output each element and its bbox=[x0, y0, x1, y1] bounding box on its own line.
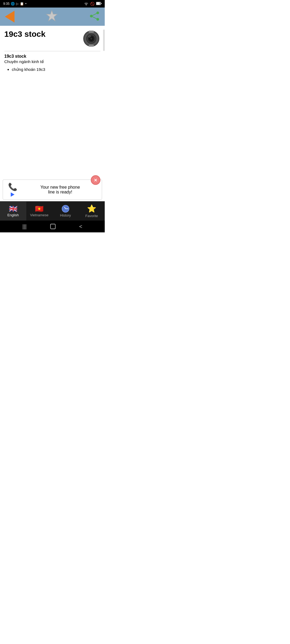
definition-subtitle: Chuyên ngành kinh tế bbox=[4, 59, 100, 64]
status-left: 9:35 🌐 ▷ 📋 • bbox=[3, 2, 27, 6]
android-nav-bar: ||| < bbox=[0, 221, 105, 232]
svg-rect-18 bbox=[50, 224, 55, 229]
svg-line-7 bbox=[91, 13, 98, 16]
svg-rect-16 bbox=[89, 31, 94, 33]
ad-box[interactable]: 📞 Your new free phoneline is ready! bbox=[3, 180, 102, 200]
definition-section: 19c3 stock Chuyên ngành kinh tế chứng kh… bbox=[4, 54, 100, 73]
ad-close-button[interactable]: × bbox=[91, 175, 100, 185]
tab-favorite[interactable]: ⭐ Favorite bbox=[79, 202, 105, 221]
no-sim-icon: 🚫 bbox=[90, 2, 95, 6]
android-back-button[interactable]: < bbox=[79, 224, 82, 230]
definition-item-0: chứng khoán 19c3 bbox=[12, 66, 100, 73]
tab-history[interactable]: History bbox=[52, 202, 79, 221]
globe-icon: 🌐 bbox=[11, 2, 15, 6]
play-store-icon: ▷ bbox=[16, 2, 19, 6]
tab-vietnamese-label: Vietnamese bbox=[30, 213, 48, 217]
svg-marker-3 bbox=[46, 10, 57, 21]
ad-text: Your new free phoneline is ready! bbox=[22, 185, 99, 195]
clock-icon bbox=[62, 205, 69, 213]
favorite-tab-star-icon: ⭐ bbox=[87, 204, 96, 213]
android-home-button[interactable] bbox=[50, 224, 56, 229]
tab-vietnamese[interactable]: 🇻🇳 Vietnamese bbox=[26, 202, 53, 221]
definition-bold-word: 19c3 stock bbox=[4, 54, 100, 59]
definition-list: chứng khoán 19c3 bbox=[4, 66, 100, 73]
svg-rect-2 bbox=[101, 3, 102, 4]
svg-rect-1 bbox=[96, 2, 100, 5]
svg-line-8 bbox=[91, 16, 98, 19]
status-right: 🚫 bbox=[84, 2, 102, 6]
svg-point-14 bbox=[90, 38, 92, 40]
tab-english-label: English bbox=[7, 213, 19, 217]
english-flag-icon: 🇬🇧 bbox=[9, 205, 17, 212]
battery-icon bbox=[96, 2, 102, 6]
tab-history-label: History bbox=[60, 213, 71, 217]
wifi-icon bbox=[84, 2, 89, 6]
ad-play-icon bbox=[11, 192, 15, 197]
android-menu-button[interactable]: ||| bbox=[22, 224, 27, 230]
bottom-tab-bar: 🇬🇧 English 🇻🇳 Vietnamese History ⭐ Favor… bbox=[0, 201, 105, 221]
share-button[interactable] bbox=[89, 11, 100, 23]
svg-rect-17 bbox=[89, 45, 94, 47]
dot-icon: • bbox=[25, 2, 26, 6]
top-nav-bar bbox=[0, 8, 105, 26]
tab-favorite-label: Favorite bbox=[85, 214, 98, 218]
tab-english[interactable]: 🇬🇧 English bbox=[0, 202, 26, 221]
word-title: 19c3 stock bbox=[4, 30, 82, 39]
favorite-star-button[interactable] bbox=[46, 10, 58, 24]
ad-phone-icon: 📞 bbox=[8, 182, 17, 191]
main-content: 19c3 stock 19c3 stock Chuyên bbox=[0, 26, 105, 180]
clipboard-icon: 📋 bbox=[20, 2, 24, 6]
ad-icon-area: 📞 bbox=[6, 182, 19, 197]
status-time: 9:35 bbox=[3, 2, 9, 6]
status-bar: 9:35 🌐 ▷ 📋 • 🚫 bbox=[0, 0, 105, 8]
vietnamese-flag-icon: 🇻🇳 bbox=[35, 205, 44, 212]
scrollbar bbox=[103, 30, 105, 51]
speaker-button[interactable] bbox=[82, 30, 100, 49]
clock-minute-hand bbox=[66, 208, 68, 209]
back-button[interactable] bbox=[5, 11, 15, 23]
ad-container: × 📞 Your new free phoneline is ready! bbox=[0, 180, 105, 201]
word-header: 19c3 stock bbox=[4, 30, 100, 51]
